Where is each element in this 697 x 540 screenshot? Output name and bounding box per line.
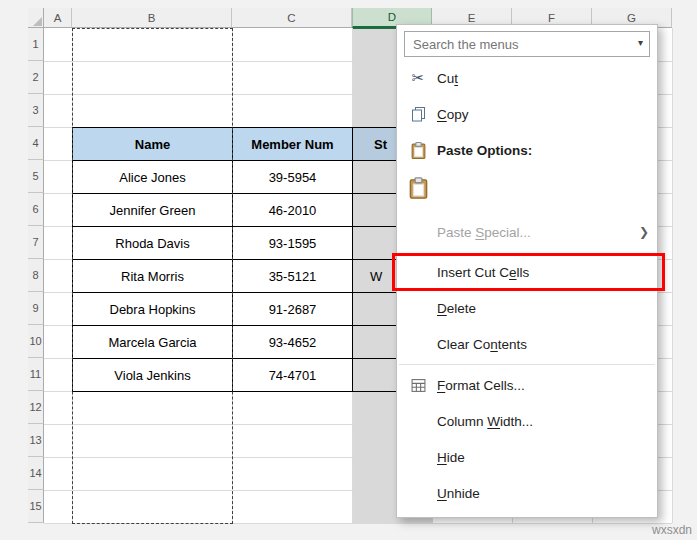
row-header-8[interactable]: 8 [28,259,44,292]
menu-item-label: Unhide [437,486,480,501]
cell-C7[interactable]: 93-1595 [232,226,353,260]
chevron-down-icon[interactable]: ▾ [638,37,643,48]
submenu-arrow-icon: ❯ [639,225,649,239]
select-all-button[interactable] [28,8,44,28]
menu-item-label: Column Width... [437,414,533,429]
row-header-13[interactable]: 13 [28,424,44,457]
menu-item-label: Delete [437,301,476,316]
menu-item-unhide[interactable]: Unhide [397,475,657,511]
clipboard-icon [406,142,430,159]
watermark: wxsxdn [652,523,692,537]
cell-B11[interactable]: Viola Jenkins [72,358,233,392]
menu-item-paste-options[interactable]: Paste Options: [397,132,657,168]
row-header-1[interactable]: 1 [28,28,44,61]
menu-item-insert-cut-cells[interactable]: Insert Cut Cells [397,254,657,290]
menu-item-format-cells[interactable]: Format Cells... [397,367,657,403]
menu-item-hide[interactable]: Hide [397,439,657,475]
column-header-C[interactable]: C [232,8,352,28]
context-menu: ▾ ✂CutCopyPaste Options:Paste Special...… [396,24,658,518]
menu-item-label: Copy [437,107,469,122]
row-header-5[interactable]: 5 [28,160,44,193]
column-header-A[interactable]: A [44,8,72,28]
menu-item-clear-contents[interactable]: Clear Contents [397,326,657,362]
menu-item-label: Paste Special... [437,225,531,240]
row-header-4[interactable]: 4 [28,127,44,160]
menu-item-label: Clear Contents [437,337,527,352]
menu-item-column-width[interactable]: Column Width... [397,403,657,439]
cell-B5[interactable]: Alice Jones [72,160,233,194]
row-header-7[interactable]: 7 [28,226,44,259]
cell-B4[interactable]: Name [72,127,233,161]
menu-separator [399,364,655,365]
cell-C5[interactable]: 39-5954 [232,160,353,194]
menu-item-label: Insert Cut Cells [437,265,529,280]
row-header-15[interactable]: 15 [28,490,44,523]
menu-item-label: Paste Options: [437,143,532,158]
column-header-B[interactable]: B [72,8,232,28]
cell-B9[interactable]: Debra Hopkins [72,292,233,326]
gridline [672,28,673,523]
cell-B10[interactable]: Marcela Garcia [72,325,233,359]
cell-B7[interactable]: Rhoda Davis [72,226,233,260]
cell-B6[interactable]: Jennifer Green [72,193,233,227]
menu-item-cut[interactable]: ✂Cut [397,60,657,96]
row-header-12[interactable]: 12 [28,391,44,424]
menu-item-label: Format Cells... [437,378,525,393]
menu-search-input[interactable] [404,31,650,57]
gridline [44,523,672,524]
scissors-glyph: ✂ [412,69,425,87]
menu-item-paste[interactable] [397,168,657,208]
row-header-6[interactable]: 6 [28,193,44,226]
cell-C11[interactable]: 74-4701 [232,358,353,392]
cell-C8[interactable]: 35-5121 [232,259,353,293]
row-header-10[interactable]: 10 [28,325,44,358]
menu-item-paste-special: Paste Special...❯ [397,214,657,250]
row-header-3[interactable]: 3 [28,94,44,127]
menu-item-label: Cut [437,71,458,86]
cell-C10[interactable]: 93-4652 [232,325,353,359]
cell-C4[interactable]: Member Num [232,127,353,161]
menu-item-copy[interactable]: Copy [397,96,657,132]
menu-search: ▾ [404,31,650,57]
cell-B8[interactable]: Rita Morris [72,259,233,293]
row-header-14[interactable]: 14 [28,457,44,490]
row-header-11[interactable]: 11 [28,358,44,391]
row-header-2[interactable]: 2 [28,61,44,94]
scissors-icon: ✂ [406,69,430,87]
menu-item-label: Hide [437,450,465,465]
format-icon [406,378,430,393]
copy-icon [406,106,430,122]
clipboard-large-icon [406,177,430,199]
row-header-9[interactable]: 9 [28,292,44,325]
cell-C9[interactable]: 91-2687 [232,292,353,326]
menu-items: ✂CutCopyPaste Options:Paste Special...❯I… [397,60,657,511]
menu-item-delete[interactable]: Delete [397,290,657,326]
cell-C6[interactable]: 46-2010 [232,193,353,227]
